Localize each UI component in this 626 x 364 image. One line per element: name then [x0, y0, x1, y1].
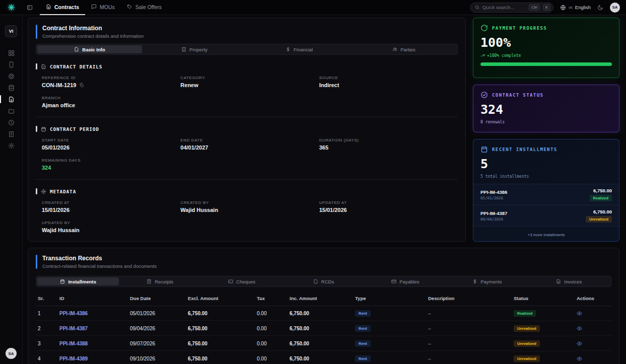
- tab-payments[interactable]: Payments: [446, 277, 528, 285]
- status-badge: Unrealized: [514, 355, 540, 362]
- file-icon: [41, 64, 46, 69]
- nav-tab-mous[interactable]: MOUs: [85, 0, 121, 15]
- search-icon: [475, 5, 479, 10]
- tab-financial[interactable]: Financial: [247, 45, 352, 53]
- folder-icon: [8, 108, 15, 114]
- sidebar-item-history[interactable]: [0, 117, 23, 128]
- column-header: Inc. Amount: [288, 291, 353, 306]
- gear-icon: [41, 189, 46, 194]
- more-installments-link[interactable]: +3 more installments: [473, 229, 619, 241]
- sr-cell: 1: [36, 307, 57, 321]
- trending-up-icon: [480, 53, 485, 58]
- user-avatar[interactable]: SA: [610, 3, 620, 13]
- cheque-icon: [228, 279, 233, 284]
- tab-invoices[interactable]: Invoices: [528, 277, 610, 285]
- sidebar-item-dashboard[interactable]: [0, 47, 23, 58]
- eye-icon: [577, 326, 582, 331]
- type-cell: Rent: [353, 321, 426, 336]
- sidebar-item-records[interactable]: [0, 128, 23, 139]
- status-badge: Unrealized: [586, 216, 612, 223]
- card-header: Transaction Records Contract-related fin…: [28, 248, 619, 273]
- tab-basic-info[interactable]: Basic Info: [37, 45, 142, 53]
- progress-icon: [480, 24, 488, 32]
- section-title: Transaction Records: [42, 255, 157, 262]
- copy-button[interactable]: [79, 83, 84, 88]
- section-contract-details: CONTRACT DETAILS: [36, 63, 458, 69]
- view-button[interactable]: [577, 311, 582, 316]
- section-subtitle: Contract-related financial transactions …: [42, 263, 157, 269]
- sidebar-item-settings[interactable]: [0, 140, 23, 151]
- tax-cell: 0.00: [255, 307, 288, 321]
- id-cell[interactable]: PPI-IM-4388: [57, 337, 128, 351]
- sidebar-toggle-icon[interactable]: [23, 5, 37, 11]
- topbar-actions: Quick search... Ctrl K us English SA: [470, 3, 620, 13]
- description-cell: –: [426, 352, 512, 364]
- tab-installments[interactable]: Installments: [37, 277, 119, 285]
- installment-list-item[interactable]: PPI-IM-4387 09/04/2026 6,750.00 Unrealiz…: [473, 205, 619, 227]
- tab-payables[interactable]: Payables: [365, 277, 446, 285]
- tab-property[interactable]: Property: [142, 45, 247, 53]
- gear-icon: [8, 142, 15, 149]
- invoice-icon: [556, 279, 561, 284]
- installment-id: PPI-IM-4387: [480, 210, 507, 216]
- field-value: 324: [42, 165, 51, 171]
- field-source: SOURCE Indirect: [319, 76, 458, 88]
- section-title: METADATA: [50, 189, 76, 194]
- dollar-icon: [286, 47, 291, 52]
- tab-receipts[interactable]: Receipts: [119, 277, 200, 285]
- installments-count: 5: [480, 158, 612, 170]
- sidebar-item-database[interactable]: [0, 82, 23, 93]
- workspace-logo[interactable]: VI: [5, 25, 17, 37]
- view-button[interactable]: [577, 326, 582, 331]
- type-badge: Rent: [355, 310, 371, 317]
- credit-card-icon: [391, 279, 396, 284]
- actions-cell: [575, 307, 611, 321]
- field-updated-at: UPDATED AT 15/01/2026: [319, 200, 458, 213]
- installment-id: PPI-IM-4386: [480, 189, 507, 195]
- globe-icon: [560, 5, 566, 11]
- field-end-date: END DATE 04/01/2027: [180, 138, 319, 151]
- sidebar-avatar[interactable]: SA: [6, 348, 17, 359]
- file-icon: [313, 279, 318, 284]
- sidebar-item-devices[interactable]: [0, 59, 23, 70]
- field-label: REMAINING DAYS: [42, 158, 180, 163]
- sidebar-item-files[interactable]: [0, 105, 23, 116]
- sidebar-item-contracts[interactable]: [0, 94, 23, 105]
- field-duration: DURATION (DAYS) 365: [319, 138, 458, 151]
- status-badge: Realized: [514, 310, 536, 317]
- field-created-at: CREATED AT 15/01/2026: [42, 200, 180, 213]
- language-switcher[interactable]: us English: [560, 5, 591, 11]
- sidebar: VI SA: [0, 15, 23, 364]
- recent-installments-card: RECENT INSTALLMENTS 5 5 total installmen…: [473, 139, 619, 242]
- nav-tab-sale-offers[interactable]: Sale Offers: [121, 0, 168, 15]
- search-input[interactable]: Quick search... Ctrl K: [470, 3, 553, 13]
- view-button[interactable]: [577, 356, 582, 361]
- tab-parties[interactable]: Parties: [352, 45, 456, 53]
- theme-toggle[interactable]: [597, 5, 603, 11]
- field-label: UPDATED AT: [319, 200, 458, 205]
- id-cell[interactable]: PPI-IM-4386: [57, 307, 128, 321]
- chat-icon: [91, 4, 97, 10]
- id-cell[interactable]: PPI-IM-4389: [57, 352, 128, 364]
- tab-label: RCDs: [321, 279, 334, 284]
- app-logo[interactable]: [0, 4, 23, 11]
- field-value: Indirect: [319, 82, 339, 88]
- tab-cheques[interactable]: Cheques: [201, 277, 283, 285]
- field-value: Wajid Hussain: [180, 207, 218, 213]
- view-button[interactable]: [577, 341, 582, 346]
- sidebar-item-targets[interactable]: [0, 70, 23, 82]
- type-cell: Rent: [353, 306, 426, 321]
- installment-amount: 6,750.00: [593, 209, 612, 214]
- field-category: CATEGORY Renew: [180, 76, 319, 88]
- type-cell: Rent: [353, 351, 426, 364]
- due-date-cell: 09/10/2026: [128, 352, 186, 364]
- calendar-icon: [41, 126, 46, 132]
- building-icon: [181, 47, 186, 52]
- id-cell[interactable]: PPI-IM-4387: [57, 322, 128, 336]
- field-value: CON-IM-1219: [42, 82, 76, 88]
- installment-list-item[interactable]: PPI-IM-4386 05/01/2026 6,750.00 Realized: [473, 184, 619, 205]
- nav-tab-contracts[interactable]: Contracts: [40, 0, 85, 15]
- tab-rcds[interactable]: RCDs: [283, 277, 364, 285]
- card-header: Contract Information Comprehensive contr…: [28, 18, 465, 43]
- field-value: 05/01/2026: [42, 144, 69, 151]
